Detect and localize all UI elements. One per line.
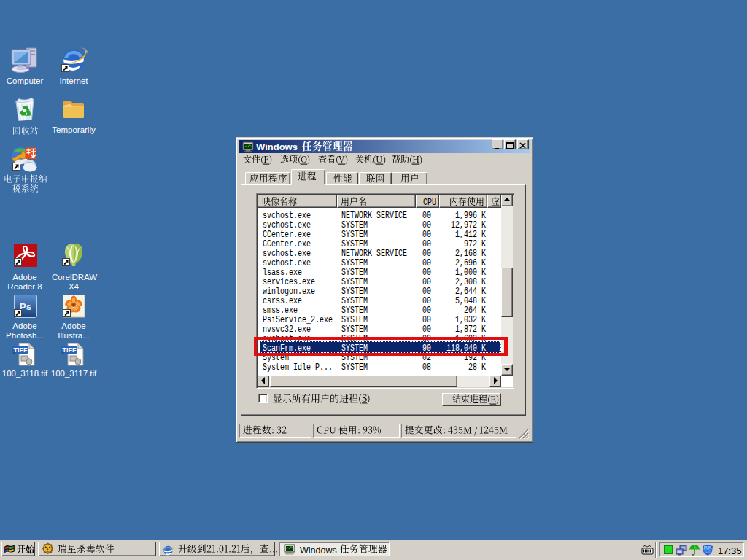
svg-text:TIFF: TIFF xyxy=(63,346,77,354)
svg-text:TIFF: TIFF xyxy=(14,346,28,354)
